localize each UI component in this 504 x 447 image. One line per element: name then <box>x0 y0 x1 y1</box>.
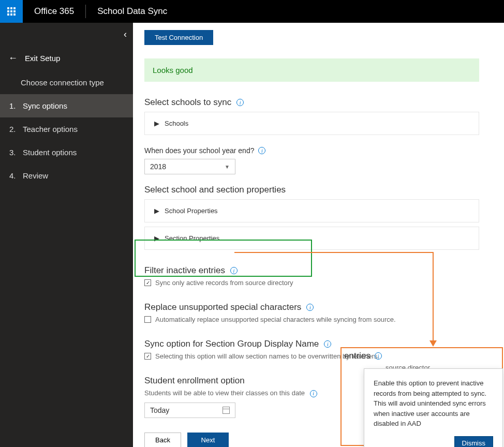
calendar-icon <box>223 407 230 414</box>
tooltip-body: Enable this option to prevent inactive r… <box>374 378 493 429</box>
sidebar-item-sync-options[interactable]: 1. Sync options <box>0 94 133 117</box>
label-text: When does your school year end? <box>144 146 254 155</box>
step-num: 1. <box>9 101 18 110</box>
info-icon[interactable]: i <box>310 390 317 397</box>
sidebar-item-teacher-options[interactable]: 2. Teacher options <box>0 117 133 141</box>
info-icon[interactable]: i <box>236 99 244 106</box>
heading-fragment-text: entries <box>344 351 370 361</box>
replace-chars-heading: Replace unsupported special characters i <box>144 302 479 312</box>
sidebar-collapse[interactable]: ‹ <box>0 23 133 46</box>
info-icon[interactable]: i <box>324 340 331 348</box>
caret-down-icon: ▼ <box>225 164 230 170</box>
select-value: 2018 <box>150 162 166 171</box>
back-button[interactable]: Back <box>144 433 181 448</box>
checkbox-icon <box>144 279 151 286</box>
subtext-text: Students will be able to view their clas… <box>144 389 305 397</box>
next-button[interactable]: Next <box>187 433 229 448</box>
schools-expand-panel[interactable]: ▶ Schools <box>144 112 479 135</box>
test-connection-button[interactable]: Test Connection <box>144 30 213 45</box>
info-tooltip: Enable this option to prevent inactive r… <box>364 368 503 447</box>
caret-right-icon: ▶ <box>154 207 159 215</box>
properties-heading: Select school and section properties <box>144 185 479 195</box>
heading-text: Select schools to sync <box>144 97 231 108</box>
replace-checkbox-row[interactable]: Automatically replace unsupported specia… <box>144 316 479 323</box>
step-label: Review <box>23 171 48 180</box>
step-num: 2. <box>9 125 18 133</box>
app-title: School Data Sync <box>86 6 179 17</box>
info-icon[interactable]: i <box>230 267 238 274</box>
heading-text: Sync option for Section Group Display Na… <box>144 339 319 349</box>
alert-success: Looks good <box>144 58 479 82</box>
enrollment-date-input[interactable]: Today <box>144 403 235 418</box>
filter-checkbox-row[interactable]: Sync only active records from source dir… <box>144 279 479 287</box>
panel-label: School Properties <box>165 207 218 215</box>
step-label: Student options <box>23 148 77 157</box>
panel-label: Schools <box>165 120 188 127</box>
heading-text: Filter inactive entries <box>144 265 225 276</box>
tooltip-heading-fragment: entries i <box>344 351 382 361</box>
year-end-label: When does your school year end? i <box>144 146 479 155</box>
suite-brand[interactable]: Office 365 <box>23 6 85 17</box>
date-value: Today <box>150 406 169 414</box>
sidebar-item-choose-connection[interactable]: Choose connection type <box>0 71 133 94</box>
arrow-left-icon: ← <box>8 53 18 64</box>
sidebar-item-review[interactable]: 4. Review <box>0 164 133 187</box>
exit-setup-link[interactable]: ← Exit Setup <box>0 46 133 71</box>
step-label: Sync options <box>23 101 67 110</box>
sidebar-item-student-options[interactable]: 3. Student options <box>0 141 133 164</box>
year-end-select[interactable]: 2018 ▼ <box>144 159 235 174</box>
step-num: 3. <box>9 148 18 157</box>
panel-label: Section Properties <box>165 234 219 242</box>
caret-right-icon: ▶ <box>154 234 159 242</box>
checkbox-label: Sync only active records from source dir… <box>155 279 293 287</box>
step-label: Teacher options <box>23 125 78 133</box>
filter-inactive-heading: Filter inactive entries i <box>144 265 479 276</box>
school-properties-panel[interactable]: ▶ School Properties <box>144 199 479 222</box>
heading-text: Replace unsupported special characters <box>144 302 301 312</box>
waffle-icon <box>7 7 16 16</box>
select-schools-heading: Select schools to sync i <box>144 97 479 108</box>
sync-option-heading: Sync option for Section Group Display Na… <box>144 339 479 349</box>
caret-right-icon: ▶ <box>154 120 159 127</box>
sync-option-checkbox-row[interactable]: Selecting this option will allow section… <box>144 352 479 360</box>
header-bar: Office 365 School Data Sync <box>0 0 504 23</box>
info-icon[interactable]: i <box>306 304 314 311</box>
app-launcher-button[interactable] <box>0 0 23 23</box>
checkbox-label: Automatically replace unsupported specia… <box>155 316 396 323</box>
section-properties-panel[interactable]: ▶ Section Properties <box>144 227 479 250</box>
step-num: 4. <box>9 171 18 180</box>
checkbox-icon <box>144 353 151 360</box>
annotation-arrowhead-icon <box>429 340 437 347</box>
exit-setup-label: Exit Setup <box>25 54 60 63</box>
chevron-left-icon: ‹ <box>124 29 127 40</box>
info-icon[interactable]: i <box>375 352 382 360</box>
info-icon[interactable]: i <box>258 147 265 154</box>
checkbox-icon <box>144 316 151 323</box>
dismiss-button[interactable]: Dismiss <box>454 436 494 448</box>
sidebar: ‹ ← Exit Setup Choose connection type 1.… <box>0 23 133 447</box>
